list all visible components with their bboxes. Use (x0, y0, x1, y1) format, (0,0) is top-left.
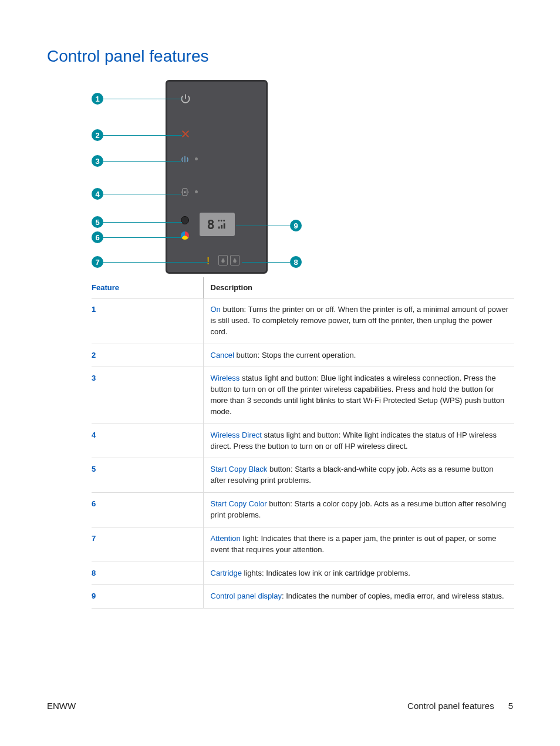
feature-description: Attention light: Indicates that there is… (203, 527, 514, 562)
feature-description: Cancel button: Stops the current operati… (203, 344, 514, 367)
feature-number: 6 (92, 493, 203, 527)
signal-bars-icon (217, 219, 228, 230)
table-row: 8Cartridge lights: Indicates low ink or … (92, 562, 514, 585)
callout-1: 1 (92, 93, 182, 105)
table-row: 7Attention light: Indicates that there i… (92, 527, 514, 562)
callout-num-7: 7 (92, 256, 103, 268)
callout-num-9: 9 (290, 220, 302, 231)
table-row: 1On button: Turns the printer on or off.… (92, 298, 514, 344)
callout-7: 7 (92, 256, 208, 268)
control-panel-diagram: 8 ! 1 2 3 4 5 6 7 (92, 80, 303, 274)
callout-9: 9 (236, 220, 302, 231)
feature-desc-rest: lights: Indicates low ink or ink cartrid… (242, 569, 410, 577)
feature-number: 9 (92, 585, 203, 609)
feature-number: 2 (92, 344, 203, 367)
feature-number: 1 (92, 298, 203, 344)
table-row: 3Wireless status light and button: Blue … (92, 367, 514, 424)
feature-description: Start Copy Color button: Starts a color … (203, 493, 514, 527)
callout-num-4: 4 (92, 188, 103, 200)
feature-term: Start Copy Color (211, 499, 267, 508)
table-header-feature: Feature (92, 277, 203, 298)
display-digit: 8 (207, 217, 214, 232)
panel-body (166, 80, 268, 274)
svg-point-2 (218, 220, 220, 221)
page-footer: ENWW Control panel features 5 (47, 701, 513, 711)
svg-rect-6 (221, 225, 222, 228)
feature-desc-rest: button: Turns the printer on or off. Whe… (211, 305, 509, 336)
callout-num-3: 3 (92, 155, 103, 167)
feature-number: 5 (92, 458, 203, 493)
wireless-direct-icon (180, 187, 190, 197)
callout-3: 3 (92, 155, 181, 167)
panel-display: 8 (200, 213, 235, 236)
callout-num-2: 2 (92, 129, 103, 141)
feature-term: Wireless (211, 374, 240, 382)
footer-section: Control panel features (407, 701, 494, 711)
feature-term: Wireless Direct (211, 431, 262, 439)
callout-num-6: 6 (92, 231, 103, 243)
footer-left: ENWW (47, 701, 76, 711)
callout-8: 8 (242, 256, 302, 268)
feature-description: Wireless Direct status light and button:… (203, 424, 514, 458)
page-title: Control panel features (47, 47, 513, 66)
wireless-status-dot (195, 157, 198, 160)
wireless-icon (180, 155, 190, 163)
features-table: Feature Description 1On button: Turns th… (92, 277, 514, 609)
wireless-direct-status-dot (195, 190, 198, 193)
table-row: 2Cancel button: Stops the current operat… (92, 344, 514, 367)
footer-page-number: 5 (508, 701, 513, 711)
callout-2: 2 (92, 129, 182, 141)
feature-description: Cartridge lights: Indicates low ink or i… (203, 562, 514, 585)
feature-desc-rest: light: Indicates that there is a paper j… (211, 534, 497, 554)
callout-4: 4 (92, 188, 181, 200)
feature-description: On button: Turns the printer on or off. … (203, 298, 514, 344)
callout-num-8: 8 (290, 256, 302, 268)
feature-term: Start Copy Black (211, 465, 268, 473)
feature-number: 8 (92, 562, 203, 585)
svg-rect-5 (218, 227, 220, 229)
feature-term: On (211, 305, 221, 314)
table-row: 6Start Copy Color button: Starts a color… (92, 493, 514, 527)
feature-description: Control panel display: Indicates the num… (203, 585, 514, 609)
feature-term: Control panel display (211, 592, 282, 600)
callout-6: 6 (92, 231, 182, 243)
cancel-icon (181, 129, 190, 139)
feature-number: 7 (92, 527, 203, 562)
feature-desc-rest: status light and button: Blue light indi… (211, 374, 505, 416)
table-header-description: Description (203, 277, 514, 298)
cartridge-lights-icon (218, 255, 239, 266)
table-row: 5Start Copy Black button: Starts a black… (92, 458, 514, 493)
callout-num-1: 1 (92, 93, 103, 105)
feature-description: Wireless status light and button: Blue l… (203, 367, 514, 424)
feature-desc-rest: : Indicates the number of copies, media … (282, 592, 504, 600)
table-row: 9Control panel display: Indicates the nu… (92, 585, 514, 609)
copy-black-button (181, 216, 189, 224)
table-row: 4Wireless Direct status light and button… (92, 424, 514, 458)
callout-num-5: 5 (92, 216, 103, 228)
feature-desc-rest: button: Stops the current operation. (234, 351, 356, 359)
feature-number: 4 (92, 424, 203, 458)
feature-description: Start Copy Black button: Starts a black-… (203, 458, 514, 493)
svg-point-3 (220, 220, 222, 221)
callout-5: 5 (92, 216, 182, 228)
svg-point-1 (184, 191, 186, 193)
copy-color-button (181, 231, 189, 240)
feature-number: 3 (92, 367, 203, 424)
feature-term: Cartridge (211, 569, 242, 577)
svg-rect-7 (223, 223, 225, 228)
svg-point-4 (223, 220, 225, 221)
feature-term: Cancel (211, 351, 234, 359)
feature-term: Attention (211, 534, 241, 543)
